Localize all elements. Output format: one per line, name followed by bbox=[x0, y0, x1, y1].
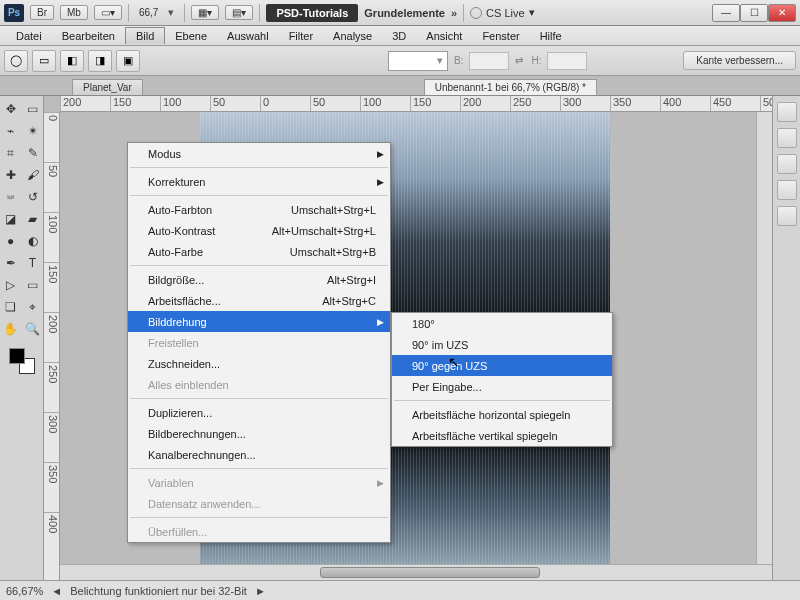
menu-bearbeiten[interactable]: Bearbeiten bbox=[52, 28, 125, 44]
crop-tool-icon[interactable]: ⌗ bbox=[1, 143, 21, 163]
minimize-button[interactable]: — bbox=[712, 4, 740, 22]
scrollbar-vertical[interactable] bbox=[756, 112, 772, 564]
blur-tool-icon[interactable]: ● bbox=[1, 231, 21, 251]
height-field[interactable] bbox=[547, 52, 587, 70]
ruler-horizontal[interactable]: 2001501005005010015020025030035040045050… bbox=[60, 96, 772, 112]
status-bar: 66,67% ◄ Belichtung funktioniert nur bei… bbox=[0, 580, 800, 600]
maximize-button[interactable]: ☐ bbox=[740, 4, 768, 22]
marquee-type-icon[interactable]: ▭ bbox=[32, 50, 56, 72]
menu-ebene[interactable]: Ebene bbox=[165, 28, 217, 44]
zoom-dropdown-icon[interactable]: ▾ bbox=[168, 6, 178, 19]
tool-preset-icon[interactable]: ◯ bbox=[4, 50, 28, 72]
dodge-tool-icon[interactable]: ◐ bbox=[23, 231, 43, 251]
cslive-button[interactable]: CS Live▾ bbox=[470, 6, 535, 19]
panel-icon[interactable] bbox=[777, 128, 797, 148]
heal-tool-icon[interactable]: ✚ bbox=[1, 165, 21, 185]
menu-item[interactable]: Bildgröße...Alt+Strg+I bbox=[128, 269, 390, 290]
menu-bild-dropdown: Modus▶Korrekturen▶Auto-FarbtonUmschalt+S… bbox=[127, 142, 391, 543]
marquee-tool-icon[interactable]: ▭ bbox=[23, 99, 43, 119]
gradient-tool-icon[interactable]: ▰ bbox=[23, 209, 43, 229]
screen-mode-button[interactable]: ▭▾ bbox=[94, 5, 122, 20]
menu-item[interactable]: Duplizieren... bbox=[128, 402, 390, 423]
type-tool-icon[interactable]: T bbox=[23, 253, 43, 273]
scrollbar-horizontal[interactable] bbox=[60, 564, 772, 580]
refine-edge-button[interactable]: Kante verbessern... bbox=[683, 51, 796, 70]
menu-filter[interactable]: Filter bbox=[279, 28, 323, 44]
menu-item[interactable]: Zuschneiden... bbox=[128, 353, 390, 374]
width-field[interactable] bbox=[469, 52, 509, 70]
menu-analyse[interactable]: Analyse bbox=[323, 28, 382, 44]
menu-item[interactable]: Bildberechnungen... bbox=[128, 423, 390, 444]
menu-3d[interactable]: 3D bbox=[382, 28, 416, 44]
bridge-button[interactable]: Br bbox=[30, 5, 54, 20]
menu-item[interactable]: Arbeitsfläche horizontal spiegeln bbox=[392, 404, 612, 425]
menu-item[interactable]: Modus▶ bbox=[128, 143, 390, 164]
style-dropdown[interactable]: ▾ bbox=[388, 51, 448, 71]
menu-item[interactable]: 90° gegen UZS bbox=[392, 355, 612, 376]
menu-auswahl[interactable]: Auswahl bbox=[217, 28, 279, 44]
tab-unbenannt[interactable]: Unbenannt-1 bei 66,7% (RGB/8) * bbox=[424, 79, 597, 95]
menu-fenster[interactable]: Fenster bbox=[472, 28, 529, 44]
menu-bild[interactable]: Bild bbox=[125, 27, 165, 44]
workspace-psdtutorials[interactable]: PSD-Tutorials bbox=[266, 4, 358, 22]
ruler-vertical[interactable]: 050100150200250300350400 bbox=[44, 112, 60, 580]
more-workspaces-icon[interactable]: » bbox=[451, 7, 457, 19]
marquee-sub-icon[interactable]: ◨ bbox=[88, 50, 112, 72]
panel-icon[interactable] bbox=[777, 154, 797, 174]
menu-item[interactable]: Kanalberechnungen... bbox=[128, 444, 390, 465]
brush-tool-icon[interactable]: 🖌 bbox=[23, 165, 43, 185]
titlebar: Ps Br Mb ▭▾ 66,7 ▾ ▦▾ ▤▾ PSD-Tutorials G… bbox=[0, 0, 800, 26]
menu-item[interactable]: Arbeitsfläche vertikal spiegeln bbox=[392, 425, 612, 446]
toolbox: ✥▭ ⌁✴ ⌗✎ ✚🖌 ⎃↺ ◪▰ ●◐ ✒T ▷▭ ❏⌖ ✋🔍 bbox=[0, 96, 44, 580]
status-zoom[interactable]: 66,67% bbox=[6, 585, 43, 597]
panel-icon[interactable] bbox=[777, 206, 797, 226]
history-tool-icon[interactable]: ↺ bbox=[23, 187, 43, 207]
zoom-tool-icon[interactable]: 🔍 bbox=[23, 319, 43, 339]
path-tool-icon[interactable]: ▷ bbox=[1, 275, 21, 295]
eyedropper-tool-icon[interactable]: ✎ bbox=[23, 143, 43, 163]
lasso-tool-icon[interactable]: ⌁ bbox=[1, 121, 21, 141]
swap-wh-icon[interactable]: ⇄ bbox=[513, 55, 525, 66]
menu-item: Datensatz anwenden... bbox=[128, 493, 390, 514]
zoom-level[interactable]: 66,7 bbox=[135, 7, 162, 18]
color-swatches[interactable] bbox=[7, 346, 37, 376]
menu-hilfe[interactable]: Hilfe bbox=[530, 28, 572, 44]
menu-ansicht[interactable]: Ansicht bbox=[416, 28, 472, 44]
menu-item[interactable]: Arbeitsfläche...Alt+Strg+C bbox=[128, 290, 390, 311]
menu-item[interactable]: 180° bbox=[392, 313, 612, 334]
marquee-add-icon[interactable]: ◧ bbox=[60, 50, 84, 72]
marquee-int-icon[interactable]: ▣ bbox=[116, 50, 140, 72]
width-label: B: bbox=[452, 55, 465, 66]
menu-bilddrehung-submenu: 180°90° im UZS90° gegen UZSPer Eingabe..… bbox=[391, 312, 613, 447]
menu-item[interactable]: Auto-FarbeUmschalt+Strg+B bbox=[128, 241, 390, 262]
move-tool-icon[interactable]: ✥ bbox=[1, 99, 21, 119]
menu-item: Alles einblenden bbox=[128, 374, 390, 395]
menu-item[interactable]: Auto-FarbtonUmschalt+Strg+L bbox=[128, 199, 390, 220]
panel-icon[interactable] bbox=[777, 180, 797, 200]
wand-tool-icon[interactable]: ✴ bbox=[23, 121, 43, 141]
menu-item: Variablen▶ bbox=[128, 472, 390, 493]
pen-tool-icon[interactable]: ✒ bbox=[1, 253, 21, 273]
eraser-tool-icon[interactable]: ◪ bbox=[1, 209, 21, 229]
menu-item[interactable]: Auto-KontrastAlt+Umschalt+Strg+L bbox=[128, 220, 390, 241]
menu-datei[interactable]: Datei bbox=[6, 28, 52, 44]
panel-icon[interactable] bbox=[777, 102, 797, 122]
minibridge-button[interactable]: Mb bbox=[60, 5, 88, 20]
hand-tool-icon[interactable]: ✋ bbox=[1, 319, 21, 339]
document-tabs: Planet_Var Unbenannt-1 bei 66,7% (RGB/8)… bbox=[0, 76, 800, 96]
tab-planet[interactable]: Planet_Var bbox=[72, 79, 143, 95]
extras-button[interactable]: ▤▾ bbox=[225, 5, 253, 20]
menubar: Datei Bearbeiten Bild Ebene Auswahl Filt… bbox=[0, 26, 800, 46]
stamp-tool-icon[interactable]: ⎃ bbox=[1, 187, 21, 207]
menu-item[interactable]: Per Eingabe... bbox=[392, 376, 612, 397]
menu-item[interactable]: 90° im UZS bbox=[392, 334, 612, 355]
shape-tool-icon[interactable]: ▭ bbox=[23, 275, 43, 295]
workspace-grundelemente[interactable]: Grundelemente bbox=[364, 7, 445, 19]
menu-item[interactable]: Bilddrehung▶ bbox=[128, 311, 390, 332]
arrange-button[interactable]: ▦▾ bbox=[191, 5, 219, 20]
camera-tool-icon[interactable]: ⌖ bbox=[23, 297, 43, 317]
menu-item[interactable]: Korrekturen▶ bbox=[128, 171, 390, 192]
3d-tool-icon[interactable]: ❏ bbox=[1, 297, 21, 317]
close-button[interactable]: ✕ bbox=[768, 4, 796, 22]
ps-logo-icon: Ps bbox=[4, 4, 24, 22]
